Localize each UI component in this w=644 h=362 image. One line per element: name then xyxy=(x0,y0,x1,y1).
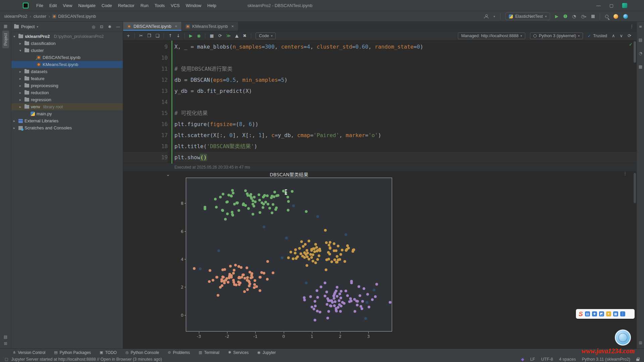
menu-tools[interactable]: Tools xyxy=(152,3,168,8)
tree-item-main-py[interactable]: main.py xyxy=(11,110,123,117)
status-utf-8[interactable]: UTF-8 xyxy=(541,357,553,362)
ime-mode-icon[interactable]: ▤ xyxy=(585,311,590,316)
project-panel-title[interactable]: Project xyxy=(21,24,35,29)
status-message[interactable]: Jupyter Server started at http://localho… xyxy=(11,357,162,362)
profiler-button[interactable]: ◷▾ xyxy=(581,14,586,19)
tool-window-todo[interactable]: ▣TODO xyxy=(100,350,117,355)
code-line[interactable]: plt.title('DBSCAN聚类结果') xyxy=(174,141,637,152)
tab-dbscantest-ipynb[interactable]: DBSCANTest.ipynb✕ xyxy=(123,22,182,31)
restart-kernel-icon[interactable]: ⟳ xyxy=(218,33,222,38)
code-cell[interactable]: 910111213141516171819 X, _ = make_blobs(… xyxy=(123,41,637,171)
ime-panel-icon[interactable]: ▦ xyxy=(613,311,618,316)
code-line[interactable]: X, _ = make_blobs(n_samples=300, centers… xyxy=(174,41,637,52)
code-line[interactable]: # 使用DBSCAN进行聚类 xyxy=(174,63,637,74)
code-line[interactable] xyxy=(174,97,637,108)
add-cell-icon[interactable]: + xyxy=(126,33,130,38)
refresh-icon[interactable]: ⟳ xyxy=(628,33,631,38)
run-all-icon[interactable]: ≫ xyxy=(226,33,231,38)
tree-item-datasets[interactable]: ▸datasets xyxy=(11,68,123,75)
tree-item-scratches-and-consoles[interactable]: ▸Scratches and Consoles xyxy=(11,124,123,131)
notifications-icon[interactable]: ▤ xyxy=(639,38,642,42)
run-and-select-icon[interactable]: ◉ xyxy=(197,33,201,38)
tree-item-dbscantest-ipynb[interactable]: ✓DBSCANTest.ipynb xyxy=(11,54,123,61)
meetings-icon[interactable]: ▢ xyxy=(5,357,8,361)
tree-item-classification[interactable]: ▸classification xyxy=(11,40,123,47)
chevron-down-icon[interactable]: ▾ xyxy=(37,25,38,28)
interrupt-kernel-icon[interactable]: ■ xyxy=(210,33,214,38)
tree-item-kmeanstest-ipynb[interactable]: KMeansTest.ipynb xyxy=(11,61,123,68)
clear-outputs-icon[interactable]: ▲ xyxy=(235,33,238,38)
code-with-me-icon[interactable] xyxy=(484,14,488,18)
left-stripe-grid-icon[interactable]: ⊞ xyxy=(4,341,7,346)
status-4-spaces[interactable]: 4 spaces xyxy=(559,357,576,362)
code-line[interactable]: db = DBSCAN(eps=0.5, min_samples=5) xyxy=(174,74,637,85)
tool-window-python-console[interactable]: ◎Python Console xyxy=(125,350,159,355)
menu-code[interactable]: Code xyxy=(99,3,115,8)
tree-item-external-libraries[interactable]: ▸External Libraries xyxy=(11,117,123,124)
kernel-select[interactable]: Python 3 (ipykernel) ▾ xyxy=(530,33,583,39)
menu-edit[interactable]: Edit xyxy=(46,3,60,8)
hide-panel-icon[interactable]: — xyxy=(116,24,120,29)
move-cell-down-icon[interactable]: ↓ xyxy=(176,33,180,38)
code-line[interactable]: plt.show() xyxy=(174,152,637,163)
ime-keyboard-icon[interactable]: ◩ xyxy=(599,311,604,316)
locate-file-icon[interactable]: ◎ xyxy=(92,24,95,29)
tab-kmeanstest-ipynb[interactable]: KMeansTest.ipynb✕ xyxy=(182,22,238,31)
hamburger-menu-icon[interactable]: ≡ xyxy=(639,24,642,29)
tool-window-problems[interactable]: ⊘Problems xyxy=(168,350,190,355)
menu-vcs[interactable]: VCS xyxy=(168,3,183,8)
jupyter-server-select[interactable]: Managed: http://localhost:8888 ▾ xyxy=(458,33,526,39)
tool-window-services[interactable]: ✱Services xyxy=(228,350,249,355)
tab-list-icon[interactable]: ⋮ xyxy=(630,24,637,29)
breadcrumb-item-dbscantest-ipynb[interactable]: DBSCANTest.ipynb xyxy=(52,14,96,19)
dependencies-icon[interactable]: ◆ xyxy=(521,357,524,362)
menu-run[interactable]: Run xyxy=(138,3,152,8)
paste-cell-icon[interactable]: ❏ xyxy=(155,33,159,38)
code-line[interactable]: # 可视化结果 xyxy=(174,108,637,119)
input-method-toolbar[interactable]: S ▤ ✚ ◩ ✦ ▦ ⋮ xyxy=(576,309,635,319)
chevron-down-icon[interactable]: ▾ xyxy=(493,15,495,18)
panel-settings-icon[interactable]: ✱ xyxy=(108,24,111,29)
cell-type-select[interactable]: Code ▾ xyxy=(256,33,276,39)
code-line[interactable]: plt.figure(figsize=(8, 6)) xyxy=(174,119,637,130)
code-line[interactable] xyxy=(174,52,637,63)
tree-item-reduction[interactable]: ▸reduction xyxy=(11,89,123,96)
editor-scrollbar[interactable] xyxy=(634,41,636,63)
code-editor[interactable]: X, _ = make_blobs(n_samples=300, centers… xyxy=(168,41,637,163)
status-lf[interactable]: LF xyxy=(530,357,535,362)
menu-view[interactable]: View xyxy=(60,3,75,8)
tree-item-preprocessing[interactable]: ▸preprocessing xyxy=(11,82,123,89)
tree-item-cluster[interactable]: ▾cluster xyxy=(11,47,123,54)
ime-more-icon[interactable]: ⋮ xyxy=(620,311,625,316)
search-everywhere-icon[interactable] xyxy=(605,15,608,18)
left-stripe-bottom-icon[interactable]: ▤ xyxy=(4,335,7,339)
run-button[interactable]: ▶ xyxy=(555,14,558,19)
move-cell-up-icon[interactable]: ↑ xyxy=(168,33,172,38)
debug-button[interactable] xyxy=(564,14,567,18)
copy-cell-icon[interactable]: ❐ xyxy=(147,33,151,38)
database-icon[interactable]: ▦ xyxy=(639,64,642,69)
delete-cell-icon[interactable]: ✖ xyxy=(243,33,247,38)
breadcrumb-item-cluster[interactable]: cluster xyxy=(34,14,46,19)
ime-mic-icon[interactable]: ✚ xyxy=(592,311,597,316)
orange-plugin-icon[interactable] xyxy=(613,14,618,19)
blue-plugin-icon[interactable] xyxy=(623,14,628,19)
menu-file[interactable]: File xyxy=(33,3,46,8)
output-scrollbar[interactable] xyxy=(634,173,636,203)
stop-button[interactable] xyxy=(591,15,595,18)
menu-navigate[interactable]: Navigate xyxy=(75,3,98,8)
run-cell-icon[interactable]: ▶ xyxy=(189,33,193,38)
output-options-icon[interactable]: ⋮ xyxy=(623,171,627,176)
breadcrumb-item-sklearnpro2[interactable]: sklearnPro2 xyxy=(4,14,27,19)
previous-cell-icon[interactable]: ∧ xyxy=(612,33,615,38)
right-stripe-bottom-icon[interactable]: ⊞ xyxy=(639,341,642,345)
collapse-all-icon[interactable]: ⊟ xyxy=(100,24,103,29)
close-icon[interactable]: ✕ xyxy=(231,24,234,28)
window-icon[interactable]: ▦ xyxy=(4,24,7,28)
menu-window[interactable]: Window xyxy=(183,3,204,8)
trusted-checkbox[interactable]: ✓ Trusted xyxy=(588,34,607,38)
tool-window-terminal[interactable]: ▥Terminal xyxy=(199,350,219,355)
tree-item-feature[interactable]: ▸feature xyxy=(11,75,123,82)
tool-window-version-control[interactable]: ⋔Version Control xyxy=(13,350,45,355)
tree-item-venv[interactable]: ▸venv library root xyxy=(11,103,123,110)
